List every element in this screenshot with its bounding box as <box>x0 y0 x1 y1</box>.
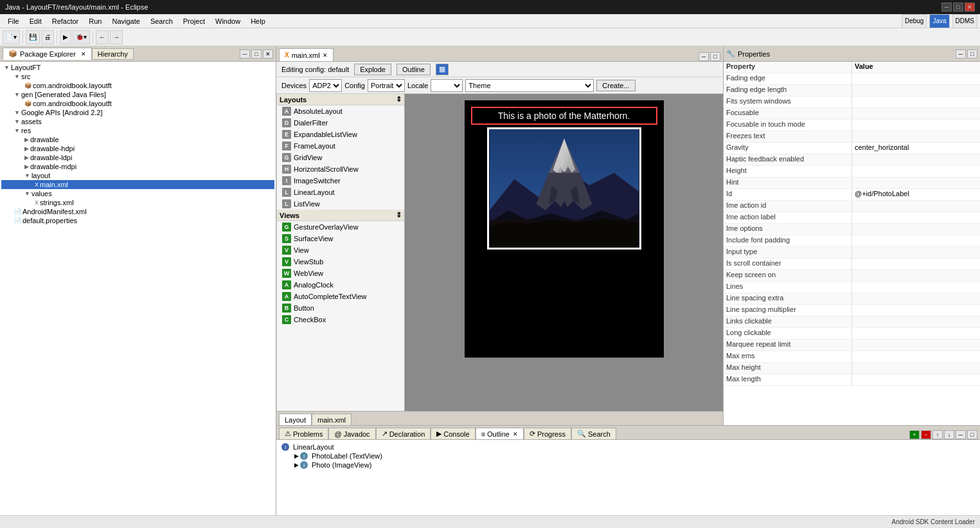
add-bottom-button[interactable]: + <box>909 430 920 439</box>
close-outline-icon[interactable]: ✕ <box>513 431 518 437</box>
view-widget-item[interactable]: AAutoCompleteTextView <box>277 291 404 302</box>
outline-item[interactable]: ▶ IPhotoLabel (TextView) <box>279 451 977 460</box>
save-button[interactable]: 💾 <box>26 30 40 44</box>
theme-select[interactable]: Theme <box>465 79 594 92</box>
bottom-tab-problems[interactable]: ⚠ Problems <box>279 428 328 439</box>
view-widget-item[interactable]: CCheckBox <box>277 314 404 325</box>
tree-item[interactable]: 📦com.androidbook.layoutft <box>1 81 274 90</box>
tree-item[interactable]: 📄AndroidManifest.xml <box>1 207 274 216</box>
menu-project[interactable]: Project <box>178 16 210 26</box>
canvas-area[interactable]: This is a photo of the Matterhorn. <box>405 94 723 411</box>
tree-item[interactable]: ▶drawable-hdpi <box>1 144 274 153</box>
menu-refactor[interactable]: Refactor <box>47 16 84 26</box>
tree-item[interactable]: ▼src <box>1 72 274 81</box>
locale-select[interactable] <box>431 79 463 92</box>
bottom-tab-progress[interactable]: ⟳ Progress <box>524 428 571 439</box>
maximize-panel-button[interactable]: □ <box>251 50 262 59</box>
minimize-panel-button[interactable]: ─ <box>240 50 250 59</box>
view-widget-item[interactable]: SSurfaceView <box>277 233 404 244</box>
layout-widget-item[interactable]: LListView <box>277 198 404 210</box>
menu-edit[interactable]: Edit <box>24 16 47 26</box>
minimize-bottom-button[interactable]: ─ <box>956 430 966 439</box>
menu-window[interactable]: Window <box>210 16 245 26</box>
toggle-view-button[interactable]: ▦ <box>436 64 449 75</box>
minimize-button[interactable]: ─ <box>941 3 952 12</box>
menu-run[interactable]: Run <box>84 16 107 26</box>
close-button[interactable]: ✕ <box>965 3 975 12</box>
outline-item[interactable]: ILinearLayout <box>279 442 977 451</box>
layout-widget-item[interactable]: EExpandableListView <box>277 129 404 140</box>
menu-file[interactable]: File <box>3 16 24 26</box>
bottom-tab-search[interactable]: 🔍 Search <box>571 428 616 439</box>
up-bottom-button[interactable]: ↑ <box>932 430 943 439</box>
tree-item[interactable]: Xstrings.xml <box>1 198 274 207</box>
bottom-tab-javadoc[interactable]: @ Javadoc <box>328 428 375 439</box>
debug-button[interactable]: Debug <box>902 14 927 28</box>
ddms-button[interactable]: DDMS <box>952 14 977 28</box>
config-select[interactable]: Portrait <box>368 79 405 92</box>
tree-item[interactable]: ▶drawable-ldpi <box>1 153 274 162</box>
view-widget-item[interactable]: GGestureOverlayView <box>277 221 404 233</box>
views-expand-icon[interactable]: ⇕ <box>396 211 402 219</box>
tree-item[interactable]: ▼layout <box>1 171 274 180</box>
layout-widget-item[interactable]: DDialerFilter <box>277 117 404 129</box>
explode-button[interactable]: Explode <box>354 64 391 75</box>
editor-minimize-button[interactable]: ─ <box>699 52 709 61</box>
tree-item[interactable]: 📦com.androidbook.layoutft <box>1 99 274 108</box>
bottom-tab-outline[interactable]: ≡ Outline ✕ <box>476 428 524 439</box>
layout-widget-item[interactable]: LLinearLayout <box>277 187 404 198</box>
view-widget-item[interactable]: BButton <box>277 302 404 314</box>
layout-widget-item[interactable]: HHorizontalScrollView <box>277 163 404 175</box>
tab-package-explorer[interactable]: 📦 Package Explorer ✕ <box>3 48 92 60</box>
view-widget-item[interactable]: VViewStub <box>277 256 404 268</box>
create-button[interactable]: Create... <box>596 80 635 91</box>
close-editor-icon[interactable]: ✕ <box>323 52 328 59</box>
layout-tab-xml[interactable]: main.xml <box>312 414 352 425</box>
java-perspective-button[interactable]: Java <box>929 14 949 28</box>
layout-widget-item[interactable]: GGridView <box>277 152 404 163</box>
menu-search[interactable]: Search <box>145 16 178 26</box>
tree-item[interactable]: ▶drawable <box>1 135 274 144</box>
maximize-button[interactable]: □ <box>953 3 963 12</box>
bottom-tab-console[interactable]: ▶ Console <box>431 428 475 439</box>
tab-hierarchy[interactable]: Hierarchy <box>92 48 134 60</box>
layout-widget-item[interactable]: AAbsoluteLayout <box>277 105 404 117</box>
new-button[interactable]: 📄▾ <box>3 30 20 44</box>
run-button[interactable]: ▶ <box>60 30 71 44</box>
bottom-tab-declaration[interactable]: ↗ Declaration <box>376 428 431 439</box>
view-widget-item[interactable]: AAnalogClock <box>277 279 404 291</box>
device-select[interactable]: ADP2 <box>309 79 342 92</box>
remove-bottom-button[interactable]: − <box>921 430 931 439</box>
close-tab-icon[interactable]: ✕ <box>81 51 86 57</box>
menu-help[interactable]: Help <box>245 16 271 26</box>
forward-button[interactable]: → <box>110 30 123 44</box>
outline-button[interactable]: Outline <box>396 64 431 75</box>
props-minimize-button[interactable]: ─ <box>956 50 966 59</box>
tree-item[interactable]: Xmain.xml <box>1 180 274 189</box>
down-bottom-button[interactable]: ↓ <box>944 430 954 439</box>
main-xml-tab[interactable]: X main.xml ✕ <box>279 48 334 61</box>
close-panel-button[interactable]: ✕ <box>263 50 273 59</box>
view-widget-item[interactable]: WWebView <box>277 268 404 279</box>
editor-maximize-button[interactable]: □ <box>710 52 720 61</box>
layout-widget-item[interactable]: FFrameLayout <box>277 140 404 152</box>
back-button[interactable]: ← <box>96 30 109 44</box>
tree-item[interactable]: ▼res <box>1 126 274 135</box>
view-widget-item[interactable]: VView <box>277 244 404 256</box>
outline-item[interactable]: ▶ IPhoto (ImageView) <box>279 460 977 469</box>
tree-item[interactable]: ▼gen [Generated Java Files] <box>1 90 274 99</box>
menu-navigate[interactable]: Navigate <box>107 16 145 26</box>
debug-run-button[interactable]: 🐞▾ <box>73 30 90 44</box>
layout-widget-item[interactable]: IImageSwitcher <box>277 175 404 187</box>
maximize-bottom-button[interactable]: □ <box>967 430 977 439</box>
tree-item[interactable]: ▼assets <box>1 117 274 126</box>
print-button[interactable]: 🖨 <box>41 30 54 44</box>
layouts-expand-icon[interactable]: ⇕ <box>396 95 402 104</box>
layout-tab-layout[interactable]: Layout <box>279 414 312 425</box>
props-maximize-button[interactable]: □ <box>967 50 977 59</box>
tree-item[interactable]: 📄default.properties <box>1 216 274 225</box>
tree-item[interactable]: ▼values <box>1 189 274 198</box>
tree-item[interactable]: ▼LayoutFT <box>1 63 274 72</box>
tree-item[interactable]: ▼Google APIs [Android 2.2] <box>1 108 274 117</box>
tree-item[interactable]: ▶drawable-mdpi <box>1 162 274 171</box>
